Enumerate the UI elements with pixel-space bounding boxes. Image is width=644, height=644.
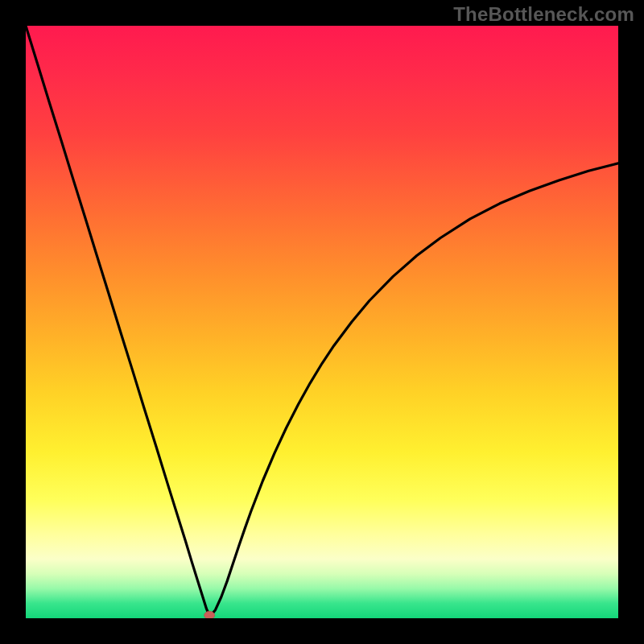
- minimum-marker: [204, 611, 215, 618]
- watermark-text: TheBottleneck.com: [453, 3, 634, 26]
- curve-layer: [26, 26, 618, 618]
- plot-area: [26, 26, 618, 618]
- bottleneck-curve: [26, 26, 618, 615]
- chart-frame: TheBottleneck.com: [0, 0, 644, 644]
